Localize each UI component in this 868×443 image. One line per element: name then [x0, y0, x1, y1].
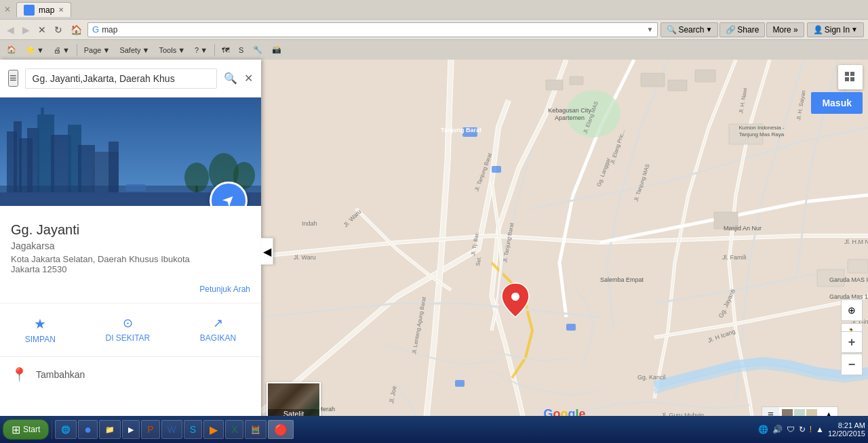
browser-tab[interactable]: map ✕	[16, 2, 71, 17]
taskbar-browser-icon: ●	[84, 423, 92, 437]
toolbar-favorites-btn[interactable]: ⭐ ▼	[22, 44, 48, 56]
taskbar-browser-btn[interactable]: ●	[78, 420, 98, 439]
svg-rect-22	[546, 80, 563, 90]
map-area[interactable]: Kebagusan City Apartemen Tanjung Barat K…	[261, 60, 868, 443]
toolbar-print-btn[interactable]: 🖨 ▼	[50, 45, 74, 56]
apps-grid-button[interactable]	[838, 65, 863, 89]
forward-button[interactable]: ▶	[20, 23, 33, 37]
start-button[interactable]: ⊞ Start	[3, 419, 49, 440]
toolbar-separator-1	[77, 44, 77, 56]
location-info: Gg. Jayanti Jagakarsa Kota Jakarta Selat…	[0, 206, 261, 282]
compass-icon: ⊕	[848, 305, 856, 316]
address-bar[interactable]: G map ▼	[87, 22, 658, 37]
search-magnifier-icon: 🔍	[224, 72, 237, 84]
tray-more-icon[interactable]: ▲	[816, 425, 824, 434]
toolbar-tools-btn[interactable]: Tools ▼	[155, 45, 189, 56]
menu-button[interactable]: ≡	[8, 70, 18, 87]
share-button[interactable]: ↗ BAGIKAN	[189, 310, 247, 350]
print-dropdown[interactable]: ▼	[62, 46, 70, 54]
maps-search-submit[interactable]: 🔍	[224, 72, 237, 85]
back-button[interactable]: ◀	[4, 23, 17, 37]
tray-sync-icon: ↻	[799, 425, 806, 434]
address-dropdown-icon[interactable]: ▼	[647, 26, 654, 33]
refresh-button[interactable]: ↻	[52, 23, 65, 37]
search-dropdown-icon[interactable]: ▼	[705, 26, 712, 33]
tab-favicon	[24, 5, 35, 16]
svg-rect-74	[850, 77, 854, 81]
save-button[interactable]: ★ SIMPAN	[14, 310, 66, 350]
more-button[interactable]: More »	[766, 22, 804, 37]
address-text: map	[102, 25, 646, 35]
nearby-button[interactable]: ⊙ DI SEKITAR	[94, 310, 161, 350]
favorites-dropdown[interactable]: ▼	[37, 46, 44, 54]
svg-rect-33	[455, 380, 465, 387]
svg-text:Tanjung Mas Raya: Tanjung Mas Raya	[739, 131, 785, 138]
svg-rect-26	[695, 70, 715, 82]
taskbar-media-btn[interactable]: ▶	[122, 420, 140, 439]
page-dropdown[interactable]: ▼	[102, 46, 110, 54]
svg-text:Jl. Famili: Jl. Famili	[722, 254, 747, 261]
add-label: Tambahkan	[36, 369, 85, 380]
home-icon: 🏠	[7, 45, 16, 54]
svg-text:Garuda MAS II: Garuda MAS II	[829, 276, 868, 283]
taskbar-word-btn[interactable]: W	[161, 420, 182, 439]
svg-text:Indah: Indah	[302, 220, 317, 227]
taskbar-explorer-btn[interactable]: 📁	[99, 420, 121, 439]
tab-close-icon[interactable]: ✕	[4, 5, 11, 14]
help-label: ?	[195, 46, 199, 54]
taskbar-vlc-icon: ▶	[210, 423, 218, 436]
toolbar-help-btn[interactable]: ? ▼	[191, 45, 212, 56]
tab-close-btn[interactable]: ✕	[58, 6, 64, 14]
svg-rect-25	[668, 80, 687, 91]
directions-text-label: Petunjuk Arah	[0, 282, 261, 297]
toolbar-home-btn[interactable]: 🏠	[3, 44, 20, 56]
toolbar-icon1[interactable]: 🗺	[218, 45, 233, 56]
add-location-icon: 📍	[11, 366, 28, 383]
toolbar-icon4[interactable]: 📸	[268, 44, 285, 56]
share-button[interactable]: 🔗 Share	[719, 22, 765, 37]
svg-rect-34	[566, 324, 576, 331]
taskbar-calc-btn[interactable]: 🧮	[245, 420, 267, 439]
maps-search-bar: ≡ 🔍 ✕	[0, 60, 261, 98]
save-icon: ★	[34, 316, 46, 332]
add-item[interactable]: 📍 Tambahkan	[0, 357, 261, 392]
home-button[interactable]: 🏠	[68, 23, 85, 37]
toolbar-page-btn[interactable]: Page ▼	[80, 45, 115, 56]
more-label: More »	[772, 25, 797, 35]
google-icon: G	[92, 24, 99, 35]
svg-point-69	[511, 293, 519, 301]
print-icon: 🖨	[54, 46, 61, 54]
masuk-button[interactable]: Masuk	[811, 92, 863, 114]
maps-search-input[interactable]	[25, 68, 217, 89]
compass-button[interactable]: ⊕	[841, 299, 863, 321]
action-buttons: ★ SIMPAN ⊙ DI SEKITAR ↗ BAGIKAN	[0, 303, 261, 357]
zoom-out-button[interactable]: −	[841, 354, 863, 375]
taskbar-skype-btn[interactable]: S	[184, 420, 202, 439]
toolbar-icon3[interactable]: 🔧	[249, 44, 267, 56]
svg-rect-24	[641, 73, 665, 87]
taskbar-vlc-btn[interactable]: ▶	[203, 420, 224, 439]
tools-label: Tools	[159, 46, 176, 54]
search-button[interactable]: 🔍 Search ▼	[660, 22, 718, 37]
zoom-in-button[interactable]: +	[841, 331, 863, 353]
map-top-right-controls: Masuk	[811, 65, 863, 114]
maps-search-clear[interactable]: ✕	[244, 72, 253, 85]
sign-in-button[interactable]: 👤 Sign In ▼	[807, 22, 864, 37]
search-icon: 🔍	[667, 25, 677, 35]
stop-button[interactable]: ✕	[35, 23, 49, 37]
sign-in-dropdown-icon[interactable]: ▼	[851, 26, 858, 33]
toolbar-skype-icon: S	[239, 46, 243, 54]
taskbar-ppt-btn[interactable]: P	[141, 420, 159, 439]
taskbar-chrome-btn[interactable]: 🔴	[268, 420, 294, 439]
masuk-label: Masuk	[822, 98, 852, 108]
safety-dropdown[interactable]: ▼	[142, 46, 150, 54]
taskbar-ie-btn[interactable]: 🌐	[55, 420, 77, 439]
panel-collapse-arrow[interactable]: ◀	[261, 238, 273, 265]
taskbar-excel-btn[interactable]: X	[225, 420, 243, 439]
svg-rect-6	[41, 108, 44, 114]
toolbar-icon2[interactable]: S	[235, 45, 248, 56]
help-dropdown[interactable]: ▼	[200, 46, 208, 54]
toolbar-safety-btn[interactable]: Safety ▼	[115, 45, 153, 56]
tools-dropdown[interactable]: ▼	[178, 46, 185, 54]
start-label: Start	[23, 425, 40, 434]
